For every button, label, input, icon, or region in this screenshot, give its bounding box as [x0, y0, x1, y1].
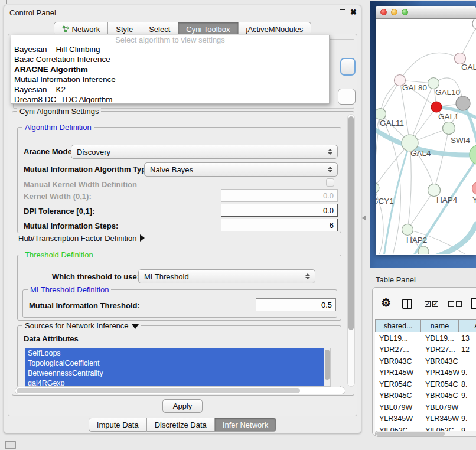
column-header-shared-name[interactable]: shared... — [375, 319, 421, 332]
network-edge[interactable] — [434, 128, 449, 190]
network-node[interactable] — [376, 109, 386, 120]
network-window-titlebar[interactable] — [376, 6, 476, 19]
tab-discretize-data[interactable]: Discretize Data — [147, 418, 215, 432]
data-attribute-item[interactable]: SelfLoops — [25, 348, 330, 358]
algorithm-option[interactable]: Mutual Information Inference — [11, 74, 329, 84]
network-node[interactable] — [428, 78, 439, 89]
column-header-third[interactable]: A — [459, 319, 476, 332]
list-scrollbar[interactable] — [324, 348, 330, 386]
network-node[interactable] — [472, 182, 476, 195]
close-traffic-light[interactable] — [380, 9, 387, 15]
table-cell: YDL19... — [375, 332, 421, 344]
table-row[interactable]: YER054CYER054C8. — [375, 379, 476, 390]
table-cell: 9 — [459, 425, 476, 431]
gear-icon[interactable]: ⚙ — [381, 296, 391, 309]
close-icon[interactable]: ✖ — [350, 8, 357, 17]
mi-algorithm-type-select[interactable]: Naive Bayes — [144, 162, 338, 177]
network-node[interactable] — [402, 224, 413, 236]
tab-infer-network[interactable]: Infer Network — [215, 418, 276, 432]
field-value: 0.0 — [323, 206, 334, 215]
data-attributes-list[interactable]: SelfLoopsTopologicalCoefficientBetweenne… — [25, 348, 331, 387]
network-node[interactable] — [456, 96, 470, 110]
algorithm-definition-group: Algorithm Definition Aracne Mode: Discov… — [17, 127, 341, 233]
network-node[interactable] — [431, 102, 442, 112]
table-horizontal-scrollbar[interactable] — [375, 431, 476, 437]
table-cell: YDR27... — [421, 344, 459, 356]
algorithm-dropdown-popup: Select algorithm to view settings Bayesi… — [11, 35, 330, 104]
dpi-tolerance-field[interactable]: 0.0 — [221, 204, 338, 217]
algorithm-option[interactable]: ARACNE Algorithm — [11, 64, 329, 74]
control-panel-title: Control Panel — [9, 8, 56, 17]
minimize-traffic-light[interactable] — [391, 9, 397, 15]
panel-divider-arrow[interactable] — [362, 215, 366, 221]
network-node[interactable] — [470, 145, 476, 165]
aracne-mode-select[interactable]: Discovery — [71, 145, 338, 159]
data-attribute-item[interactable]: gal4RGexp — [25, 379, 330, 387]
manual-kernel-width-checkbox[interactable] — [326, 178, 334, 187]
table-cell: 9. — [459, 367, 476, 379]
apply-button[interactable]: Apply — [162, 399, 203, 413]
table-cell: YIL052C — [421, 425, 459, 431]
algorithm-combo-fragment[interactable] — [340, 58, 356, 76]
minimized-panel-icon[interactable] — [5, 441, 16, 449]
table-row[interactable]: YLR345WYLR345W9. — [375, 413, 476, 425]
algorithm-option[interactable]: Bayesian – Hill Climbing — [11, 44, 329, 54]
mi-threshold-field[interactable]: 0.5 — [256, 298, 336, 311]
scrollbar-thumb[interactable] — [376, 432, 445, 436]
table-row[interactable]: YDR27...YDR27...12 — [375, 344, 476, 356]
kernel-width-field[interactable]: 0.0 — [221, 189, 338, 202]
network-node[interactable] — [472, 19, 476, 30]
hide-columns-icon[interactable] — [448, 301, 462, 307]
network-node[interactable] — [428, 184, 441, 197]
float-window-icon[interactable] — [340, 9, 345, 15]
settings-vertical-scrollbar[interactable] — [347, 114, 355, 387]
table-row[interactable]: YBR043CYBR043C — [375, 356, 476, 367]
network-edge[interactable] — [410, 83, 433, 143]
table-cell: 13 — [459, 332, 476, 344]
table-cell: YDL19... — [421, 332, 459, 344]
network-node[interactable] — [418, 246, 429, 254]
zoom-traffic-light[interactable] — [402, 9, 408, 15]
mi-steps-field[interactable]: 6 — [221, 219, 338, 231]
network-node-label: GAL80 — [402, 83, 427, 92]
network-node[interactable] — [443, 122, 455, 135]
table-combo-fragment[interactable] — [338, 89, 356, 105]
network-edge[interactable] — [407, 190, 434, 230]
table-row[interactable]: YBR045CYBR045C9. — [375, 390, 476, 402]
network-edge-highlighted[interactable] — [431, 224, 476, 254]
network-node[interactable] — [376, 182, 379, 193]
show-columns-icon[interactable]: ✓✓ — [425, 301, 438, 307]
scrollbar-thumb[interactable] — [348, 116, 354, 330]
table-row[interactable]: YBL079WYBL079W — [375, 402, 476, 413]
network-edge[interactable] — [400, 53, 460, 80]
algorithm-option[interactable]: Dream8 DC_TDC Algorithm — [11, 94, 329, 104]
hub-definition-expander[interactable]: Hub/Transcription Factor Definition — [18, 234, 145, 243]
network-node-label: Y — [472, 195, 476, 204]
sources-group-title[interactable]: Sources for Network Inference — [22, 321, 141, 330]
table-row[interactable]: YIL052CYIL052C9 — [375, 425, 476, 431]
manual-kernel-width-label: Manual Kernel Width Definition — [24, 180, 137, 189]
algorithm-option[interactable]: Basic Correlation Inference — [11, 54, 329, 64]
split-view-icon[interactable] — [402, 299, 412, 309]
scrollbar-thumb[interactable] — [17, 388, 300, 393]
tab-impute-data[interactable]: Impute Data — [89, 418, 147, 432]
cyni-algorithm-settings-group: Cyni Algorithm Settings Algorithm Defini… — [12, 111, 354, 396]
algorithm-option[interactable]: Bayesian – K2 — [11, 84, 329, 94]
network-node-label: GCY1 — [376, 197, 394, 206]
algorithm-popup-list: Bayesian – Hill ClimbingBasic Correlatio… — [11, 44, 329, 104]
network-canvas[interactable]: GALGAL80GAL10GAL1GAL11SWI4GAL4GCY1HAP4YH… — [376, 19, 476, 254]
settings-horizontal-scrollbar[interactable] — [15, 387, 345, 394]
data-attribute-item[interactable]: BetweennessCentrality — [25, 369, 330, 379]
attr-items: SelfLoopsTopologicalCoefficientBetweenne… — [25, 348, 330, 387]
table-row[interactable]: YPR145WYPR145W9. — [375, 367, 476, 379]
scrollbar-thumb[interactable] — [325, 350, 330, 380]
column-header-name[interactable]: name — [421, 319, 459, 332]
network-node-label: GAL1 — [438, 112, 459, 121]
which-threshold-select[interactable]: MI Threshold — [138, 269, 315, 283]
dpi-tolerance-label: DPI Tolerance [0,1]: — [24, 207, 94, 216]
table-cell: YIL052C — [375, 425, 421, 431]
data-attribute-item[interactable]: TopologicalCoefficient — [25, 358, 330, 369]
table-row[interactable]: YDL19...YDL19...13 — [375, 332, 476, 344]
page-icon[interactable] — [471, 298, 476, 309]
table-cell — [459, 356, 476, 367]
